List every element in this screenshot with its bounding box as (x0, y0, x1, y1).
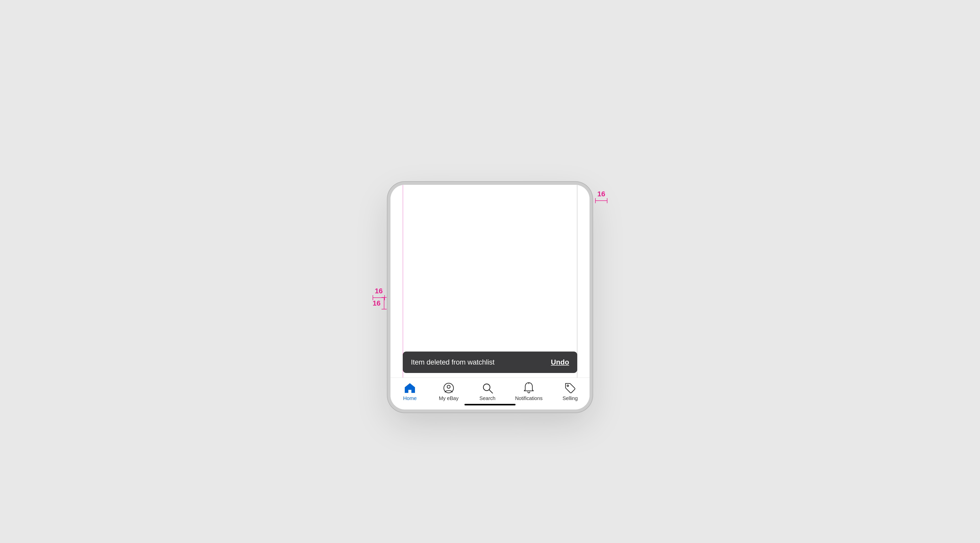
phone-content-area: 16 16 Item deleted from watchlist Undo (390, 185, 590, 377)
bell-icon (523, 382, 535, 394)
home-icon (404, 382, 416, 394)
tab-label-selling: Selling (563, 395, 578, 401)
left-dim-label: 16 (375, 287, 383, 295)
svg-line-3 (489, 390, 493, 393)
tab-item-home[interactable]: Home (396, 382, 424, 401)
tab-label-search: Search (479, 395, 496, 401)
right-dim-label: 16 (597, 190, 605, 198)
tab-label-notifications: Notifications (515, 395, 542, 401)
tab-label-home: Home (403, 395, 417, 401)
search-icon (481, 382, 493, 394)
tab-item-selling[interactable]: Selling (556, 382, 584, 401)
tab-label-my-ebay: My eBay (439, 395, 458, 401)
tab-item-my-ebay[interactable]: My eBay (434, 382, 463, 401)
person-circle-icon (442, 382, 455, 394)
phone-frame: 16 16 Item deleted from watchlist Undo (390, 185, 590, 409)
snackbar-message: Item deleted from watchlist (411, 358, 495, 366)
svg-point-5 (567, 385, 569, 387)
tag-icon (564, 382, 576, 394)
svg-point-1 (447, 385, 450, 388)
bottom-16-annotation: 16 (372, 297, 387, 309)
annotation-overlay: 16 16 (390, 185, 590, 377)
right-16-annotation: 16 (595, 190, 608, 203)
snackbar: Item deleted from watchlist Undo (403, 352, 577, 373)
tab-bar: Home My eBay (390, 377, 590, 401)
bottom-dim-label: 16 (372, 299, 380, 307)
home-indicator (465, 404, 515, 405)
right-bracket-line (595, 198, 608, 203)
tab-item-notifications[interactable]: Notifications (512, 382, 546, 401)
undo-button[interactable]: Undo (551, 358, 569, 366)
app-background: 16 16 Item deleted from watchlist Undo (0, 0, 980, 543)
tab-item-search[interactable]: Search (473, 382, 501, 401)
